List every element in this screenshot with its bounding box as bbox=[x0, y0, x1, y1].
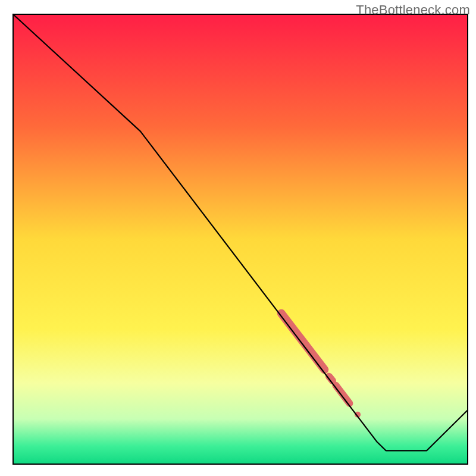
watermark-label: TheBottleneck.com bbox=[356, 2, 470, 18]
plot-background bbox=[13, 14, 468, 464]
chart-svg bbox=[0, 0, 476, 476]
bottleneck-chart: TheBottleneck.com bbox=[0, 0, 476, 476]
